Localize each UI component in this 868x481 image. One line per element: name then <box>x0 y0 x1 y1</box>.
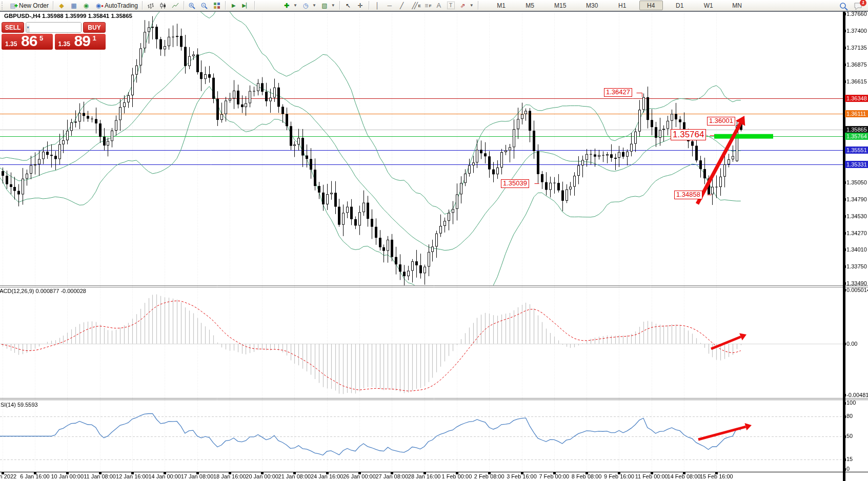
buy-price-big: 89 <box>74 32 90 50</box>
market-watch-button[interactable]: ◆ <box>55 1 68 10</box>
rsi-label: RSI(14) 59.5593 <box>0 402 38 408</box>
notifications-icon[interactable]: 1 <box>853 2 864 10</box>
timeframe-button-m1[interactable]: M1 <box>490 1 513 10</box>
vertical-line-tool-button[interactable]: │ <box>371 1 383 10</box>
zoom-out-icon <box>200 2 209 10</box>
time-axis-label: 17 Jan 08:00 <box>181 473 214 479</box>
price-axis-tick: 1.35050 <box>846 179 867 185</box>
cursor-tool-button[interactable]: ↖ <box>342 1 354 10</box>
one-click-trading-panel: SELL ▼ ▲ BUY 1.35 86 5 1.35 89 1 <box>2 22 106 50</box>
volume-decrease-button[interactable]: ▼ <box>26 23 30 32</box>
horizontal-line-tool-button[interactable]: ─ <box>383 1 396 10</box>
level-price-badge: 1.36348 <box>845 95 868 102</box>
template-icon: ▧ <box>320 2 329 10</box>
toolbar-separator <box>184 1 184 10</box>
caret-icon: ▼ <box>470 3 474 8</box>
rsi-axis-tick: 15 <box>846 456 853 462</box>
time-axis-label: 2 Feb 08:00 <box>474 473 504 479</box>
new-order-icon: ▤✚ <box>9 2 17 10</box>
timeframe-button-mn[interactable]: MN <box>725 1 749 10</box>
text-label-tool-button[interactable]: T <box>445 1 457 10</box>
price-annotation: 1.34858 <box>674 191 702 199</box>
new-order-button[interactable]: ▤✚ New Order <box>7 1 51 10</box>
timeframe-button-m30[interactable]: M30 <box>579 1 605 10</box>
price-axis-tick: 1.37400 <box>846 28 867 34</box>
toolbar-grip[interactable] <box>2 2 5 10</box>
price-annotation: 1.35039 <box>501 179 529 188</box>
macd-axis-tick: -0.004812 <box>846 392 868 398</box>
text-label-icon: T <box>447 2 455 9</box>
price-axis-tick: 1.36615 <box>846 78 867 85</box>
price-axis-tick: 1.37135 <box>846 45 867 51</box>
search-icon[interactable] <box>839 2 847 10</box>
crosshair-icon: ✛ <box>356 2 365 10</box>
zoom-in-button[interactable] <box>186 1 198 10</box>
autotrading-icon: ◉● <box>94 2 103 10</box>
level-price-badge: 1.35551 <box>845 147 868 154</box>
price-axis-tick: 1.34530 <box>846 213 867 219</box>
time-axis-label: 26 Jan 00:00 <box>343 473 376 479</box>
volume-input[interactable] <box>30 23 82 32</box>
timeframe-button-m15[interactable]: M15 <box>547 1 574 10</box>
auto-scroll-button[interactable]: ▶ <box>228 1 240 10</box>
price-axis-tick: 1.36875 <box>846 61 867 68</box>
candlestick-chart-button[interactable] <box>157 1 169 10</box>
rsi-axis-tick: 80 <box>846 413 853 419</box>
fibonacci-tool-button[interactable]: ≡F <box>420 1 433 10</box>
price-axis-tick: 1.34010 <box>846 246 867 253</box>
toolbar-separator <box>478 1 478 10</box>
terminal-window: ▤✚ New Order ◆ ▦ ◉ ◉● AutoTrading ▶ ▶▏ ✚… <box>0 0 868 481</box>
toolbar-separator <box>369 1 369 10</box>
caret-icon: ▼ <box>293 3 297 8</box>
toolbar: ▤✚ New Order ◆ ▦ ◉ ◉● AutoTrading ▶ ▶▏ ✚… <box>0 0 868 12</box>
line-chart-button[interactable] <box>169 1 181 10</box>
text-tool-button[interactable]: A <box>433 1 445 10</box>
text-icon: A <box>435 2 443 10</box>
timeframe-button-w1[interactable]: W1 <box>697 1 720 10</box>
zoom-out-button[interactable] <box>198 1 211 10</box>
buy-button[interactable]: BUY <box>83 22 106 33</box>
timeframe-button-h4[interactable]: H4 <box>639 1 663 10</box>
arrows-tool-button[interactable]: ⇗▼ <box>457 1 476 10</box>
sell-button[interactable]: SELL <box>2 22 24 33</box>
chart-shift-button[interactable]: ▶▏ <box>240 1 252 10</box>
time-axis-label: 18 Jan 16:00 <box>213 473 246 479</box>
data-window-button[interactable]: ▦ <box>68 1 80 10</box>
sell-price[interactable]: 1.35 86 5 <box>2 34 53 50</box>
timeframe-button-m5[interactable]: M5 <box>518 1 542 10</box>
toolbar-separator <box>142 1 143 10</box>
new-order-label: New Order <box>19 2 49 9</box>
time-axis-label: 20 Jan 00:00 <box>246 473 278 479</box>
time-axis-label: 11 Jan 08:00 <box>84 473 116 479</box>
period-menu-button[interactable]: ◷▼ <box>299 1 318 10</box>
buy-price[interactable]: 1.35 89 1 <box>55 34 106 50</box>
timeframe-button-h1[interactable]: H1 <box>611 1 634 10</box>
auto-scroll-icon: ▶ <box>230 2 238 10</box>
buy-price-sup: 1 <box>93 34 96 42</box>
add-indicator-button[interactable]: ✚▼ <box>280 1 299 10</box>
channel-tool-button[interactable]: ╱╱E <box>408 1 420 10</box>
price-annotation: 1.36001 <box>707 117 735 126</box>
time-axis-label: 11 Feb 00:00 <box>635 473 668 479</box>
crosshair-tool-button[interactable]: ✛ <box>354 1 367 10</box>
template-menu-button[interactable]: ▧▼ <box>318 1 337 10</box>
signals-button[interactable]: ◉ <box>80 1 92 10</box>
time-axis-label: 7 Feb 00:00 <box>539 473 569 479</box>
timeframe-button-d1[interactable]: D1 <box>668 1 692 10</box>
arrows-stamp-icon: ⇗ <box>459 2 467 10</box>
sell-price-big: 86 <box>21 32 37 50</box>
autotrading-button[interactable]: ◉● AutoTrading <box>92 1 140 10</box>
tile-windows-button[interactable] <box>211 1 223 10</box>
price-axis-tick: 1.34790 <box>846 196 867 202</box>
price-axis-tick: 1.34270 <box>846 230 867 236</box>
price-axis-tick: 1.33490 <box>846 280 867 286</box>
notification-count-badge: 1 <box>860 0 866 6</box>
trendline-tool-button[interactable]: ╱ <box>396 1 408 10</box>
bar-chart-button[interactable] <box>145 1 157 10</box>
macd-axis-tick: 0.00 <box>846 341 857 347</box>
time-axis-label: 1 Feb 00:00 <box>442 473 472 479</box>
macd-axis-tick: 0.005014 <box>846 287 868 293</box>
chart-canvas[interactable] <box>0 0 868 481</box>
trendline-icon: ╱ <box>398 2 406 10</box>
candlestick-chart-icon <box>159 2 167 10</box>
